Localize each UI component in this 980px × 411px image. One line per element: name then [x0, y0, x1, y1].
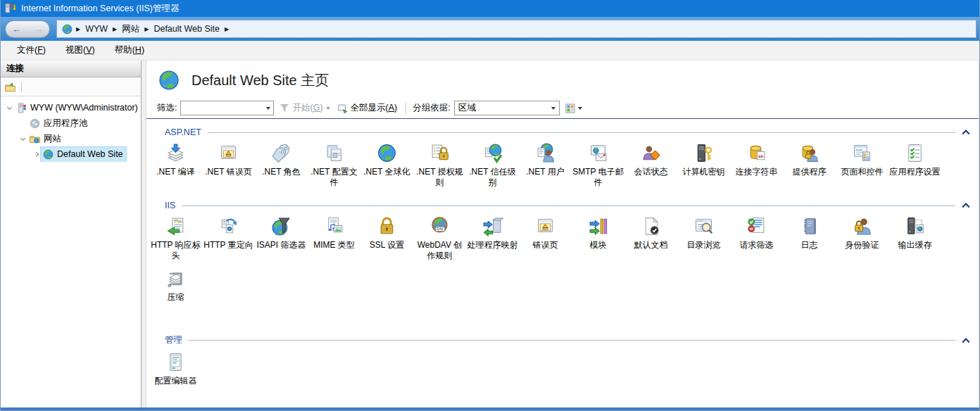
feature-item[interactable]: 404错误页 [519, 215, 572, 261]
feature-item[interactable]: 404.NET 错误页 [202, 142, 255, 188]
filter-combobox[interactable] [180, 101, 274, 115]
menu-item[interactable]: 文件(F) [9, 42, 54, 59]
feature-item[interactable]: 应用程序设置 [888, 142, 941, 188]
section-collapse-icon[interactable] [962, 129, 970, 136]
feature-item[interactable]: HTTP 重定向 [202, 215, 255, 261]
application-settings-icon [904, 142, 926, 164]
feature-label: 会话状态 [634, 167, 668, 177]
tree-item[interactable]: 应用程序池 [1, 115, 141, 131]
feature-item[interactable]: 压缩 [149, 267, 202, 303]
dotnet-authorization-icon [429, 142, 451, 164]
feature-item[interactable]: 配置编辑器 [149, 351, 202, 386]
directory-browsing-icon [693, 215, 715, 237]
http-response-headers-icon [165, 215, 187, 237]
ssl-settings-icon [376, 215, 398, 237]
tree-expander-icon[interactable] [4, 107, 14, 109]
dotnet-error-pages-icon: 404 [218, 142, 239, 164]
view-mode-button[interactable] [563, 102, 584, 115]
show-all-label: 全部显示(A) [351, 102, 398, 114]
request-filtering-icon [746, 215, 767, 237]
feature-item[interactable]: 处理程序映射 [466, 215, 519, 261]
feature-item[interactable]: .NET 配置文件 [308, 142, 360, 188]
forward-icon[interactable]: → [34, 25, 43, 34]
tree-item[interactable]: WYW (WYW\Administrator) [1, 100, 141, 115]
feature-label: HTTP 响应标头 [149, 240, 202, 261]
feature-item[interactable]: DAVWebDAV 创作规则 [413, 215, 466, 261]
breadcrumb[interactable]: ▶WYW▶网站▶Default Web Site▶ [56, 20, 976, 38]
breadcrumb-item[interactable]: 网站 [120, 22, 142, 37]
go-button[interactable]: 开始(G) [277, 101, 332, 115]
main-panel: Default Web Site 主页 筛选: 开始(G) [146, 61, 979, 407]
feature-item[interactable]: ISAPI 筛选器 [255, 215, 308, 261]
menu-item[interactable]: 视图(V) [58, 42, 103, 59]
feature-label: SSL 设置 [370, 240, 405, 251]
feature-label: .NET 错误页 [205, 167, 251, 177]
section-collapse-icon[interactable] [962, 202, 970, 209]
feature-label: .NET 用户 [526, 167, 564, 177]
feature-item[interactable]: ab连接字符串 [730, 142, 783, 188]
tree-expander-icon[interactable] [18, 138, 27, 140]
feature-item[interactable]: 模块 [572, 215, 624, 261]
feature-label: .NET 编译 [156, 167, 194, 177]
feature-item[interactable]: 会话状态 [624, 142, 677, 188]
section-divider [208, 132, 955, 133]
feature-item[interactable]: SMTP 电子邮件 [572, 142, 624, 188]
page-header: Default Web Site 主页 [146, 61, 979, 98]
feature-item[interactable]: MIME 类型 [308, 215, 360, 261]
address-bar: ← → ▶WYW▶网站▶Default Web Site▶ [1, 17, 979, 41]
authentication-icon [851, 215, 873, 237]
breadcrumb-item[interactable]: WYW [83, 23, 110, 35]
back-icon[interactable]: ← [12, 25, 21, 34]
feature-label: WebDAV 创作规则 [413, 240, 466, 261]
section-collapse-icon[interactable] [962, 337, 970, 344]
feature-item[interactable]: 身份验证 [836, 215, 888, 261]
group-by-combobox[interactable]: 区域 [454, 101, 560, 115]
feature-item[interactable]: 目录浏览 [677, 215, 730, 261]
breadcrumb-item[interactable]: Default Web Site [151, 23, 222, 35]
breadcrumb-arrow-icon: ▶ [225, 26, 229, 32]
isapi-filters-icon [270, 215, 292, 237]
feature-section: ASP.NET.NET 编译404.NET 错误页.NET 角色.NET 配置文… [146, 127, 979, 194]
connections-toolbar [1, 77, 141, 96]
filter-label: 筛选: [157, 102, 177, 114]
feature-item[interactable]: .NET 授权规则 [413, 142, 466, 188]
breadcrumb-arrow-icon: ▶ [76, 26, 80, 32]
feature-item[interactable]: .NET 角色 [255, 142, 308, 188]
feature-item[interactable]: .NET 全球化 [360, 142, 413, 188]
feature-item[interactable]: .NET 用户 [519, 142, 572, 188]
save-connection-icon[interactable] [4, 81, 16, 93]
tree-item[interactable]: Default Web Site [1, 146, 141, 162]
section-header: 管理 [165, 334, 970, 346]
window-title: Internet Information Services (IIS)管理器 [21, 3, 179, 15]
filter-dropdown-icon[interactable] [263, 101, 273, 115]
group-by-dropdown-icon[interactable] [548, 101, 559, 115]
feature-item[interactable]: 请求筛选 [730, 215, 783, 261]
feature-item[interactable]: 默认文档 [624, 215, 677, 261]
section-divider [189, 340, 955, 341]
menu-item[interactable]: 帮助(H) [107, 42, 152, 59]
feature-item[interactable]: HTTP 响应标头 [149, 215, 202, 261]
tree-item-label: Default Web Site [57, 149, 123, 159]
tree-item[interactable]: 网站 [1, 131, 141, 146]
features-area: ASP.NET.NET 编译404.NET 错误页.NET 角色.NET 配置文… [146, 119, 979, 407]
feature-item[interactable]: .NET 编译 [149, 142, 202, 188]
feature-label: 请求筛选 [740, 240, 774, 251]
panel-splitter[interactable] [142, 61, 146, 407]
feature-item[interactable]: 计算机密钥 [677, 142, 730, 188]
feature-item[interactable]: 输出缓存 [888, 215, 941, 261]
feature-item[interactable]: 提供程序 [783, 142, 836, 188]
feature-item[interactable]: 日志 [783, 215, 836, 261]
feature-item[interactable]: 页面和控件 [836, 142, 888, 188]
pages-and-controls-icon [851, 142, 873, 164]
tree-expander-icon[interactable] [31, 153, 41, 156]
mime-types-icon [323, 215, 345, 237]
svg-text:404: 404 [542, 227, 548, 231]
filter-input[interactable] [181, 103, 263, 113]
show-all-button[interactable]: 全部显示(A) [336, 101, 400, 115]
feature-item[interactable]: SSL 设置 [360, 215, 413, 261]
application-pools-icon [29, 118, 41, 129]
feature-grid: HTTP 响应标头HTTP 重定向ISAPI 筛选器MIME 类型SSL 设置D… [149, 215, 946, 309]
feature-label: 输出缓存 [898, 240, 932, 251]
iis-manager-window: Internet Information Services (IIS)管理器 ←… [0, 0, 980, 411]
feature-item[interactable]: .NET 信任级别 [466, 142, 519, 188]
